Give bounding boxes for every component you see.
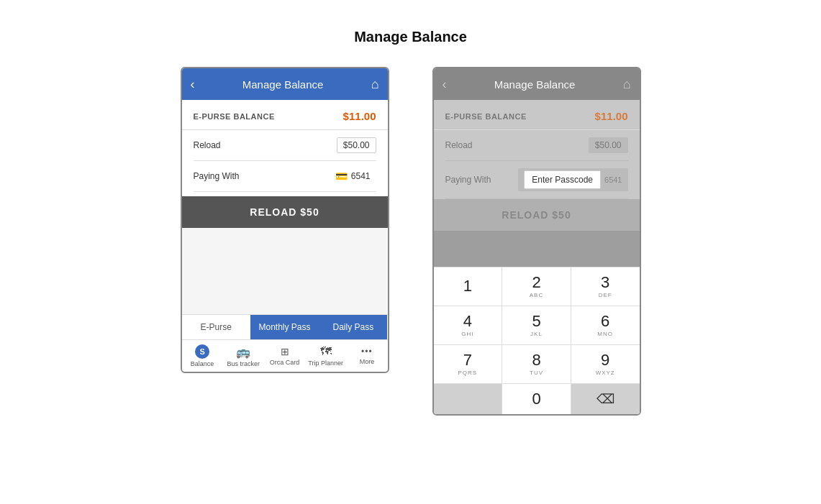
numpad-key-9[interactable]: 9 WXYZ	[571, 345, 640, 383]
right-paying-row: Paying With Enter Passcode 6541	[445, 161, 628, 199]
right-reload-button: RELOAD $50	[434, 199, 640, 231]
numpad-key-3[interactable]: 3 DEF	[571, 267, 640, 306]
pass-tabs: E-Purse Monthly Pass Daily Pass	[182, 314, 388, 339]
right-empty-area	[434, 231, 640, 267]
tab-balance-label: Balance	[191, 360, 214, 367]
numpad-key-5[interactable]: 5 JKL	[502, 306, 571, 344]
phone-left: ‹ Manage Balance ⌂ E-PURSE BALANCE $11.0…	[181, 67, 389, 373]
tab-more-label: More	[360, 358, 375, 365]
numpad-key-8[interactable]: 8 TUV	[502, 345, 571, 383]
numpad-key-7[interactable]: 7 PQRS	[434, 345, 503, 383]
daily-pass-tab[interactable]: Daily Pass	[319, 315, 387, 339]
bus-icon: 🚌	[236, 345, 250, 359]
page-title: Manage Balance	[354, 29, 467, 45]
left-empty-area	[182, 228, 388, 314]
numpad-key-2[interactable]: 2 ABC	[502, 267, 571, 306]
phone-right: ‹ Manage Balance ⌂ E-PURSE BALANCE $11.0…	[432, 67, 641, 416]
tab-balance[interactable]: S Balance	[182, 340, 223, 372]
more-icon: •••	[361, 347, 373, 357]
left-form-section: Reload $50.00 Paying With 💳 6541	[182, 130, 388, 192]
phones-container: ‹ Manage Balance ⌂ E-PURSE BALANCE $11.0…	[181, 67, 641, 416]
right-paying-value: Enter Passcode 6541	[518, 168, 627, 191]
numpad-key-empty	[434, 384, 503, 414]
right-balance-row: E-PURSE BALANCE $11.00	[445, 110, 628, 122]
backspace-icon: ⌫	[597, 391, 614, 407]
numpad-key-6[interactable]: 6 MNO	[571, 306, 640, 344]
numpad-row-3: 7 PQRS 8 TUV 9 WXYZ	[434, 344, 640, 383]
numpad-row-4: 0 ⌫	[434, 383, 640, 414]
numpad-key-1[interactable]: 1	[434, 267, 503, 306]
tab-bus-tracker[interactable]: 🚌 Bus tracker	[223, 340, 264, 372]
left-reload-row: Reload $50.00	[194, 130, 376, 161]
left-phone-header: ‹ Manage Balance ⌂	[182, 68, 388, 100]
card-icon-left: 💳	[335, 170, 348, 182]
left-card-last4: 6541	[351, 171, 371, 181]
right-balance-amount: $11.00	[595, 110, 628, 122]
home-button-left[interactable]: ⌂	[371, 77, 379, 92]
numpad-key-backspace[interactable]: ⌫	[571, 384, 640, 414]
numpad-row-2: 4 GHI 5 JKL 6 MNO	[434, 306, 640, 344]
left-balance-label: E-PURSE BALANCE	[194, 112, 275, 121]
numpad-key-4[interactable]: 4 GHI	[434, 306, 503, 344]
left-header-title: Manage Balance	[195, 78, 371, 91]
tab-bus-label: Bus tracker	[227, 360, 260, 367]
balance-circle-icon: S	[195, 344, 209, 359]
right-form-section: Reload $50.00 Paying With Enter Passcode…	[434, 130, 640, 199]
tab-trip-label: Trip Planner	[308, 359, 343, 367]
right-card-last4: 6541	[604, 175, 622, 184]
right-header-title: Manage Balance	[447, 78, 623, 91]
home-button-right[interactable]: ⌂	[623, 77, 631, 92]
tab-trip-planner[interactable]: 🗺 Trip Planner	[305, 340, 346, 372]
right-reload-value[interactable]: $50.00	[589, 137, 628, 153]
right-reload-row: Reload $50.00	[445, 130, 628, 161]
tab-more[interactable]: ••• More	[346, 340, 387, 372]
trip-icon: 🗺	[320, 345, 332, 358]
right-phone-header: ‹ Manage Balance ⌂	[434, 68, 640, 100]
enter-passcode-button[interactable]: Enter Passcode	[524, 170, 601, 189]
tab-orca-label: Orca Card	[270, 359, 300, 366]
left-reload-label: Reload	[194, 140, 221, 150]
right-paying-label: Paying With	[445, 175, 491, 185]
left-paying-value: 💳 6541	[330, 168, 376, 184]
left-balance-row: E-PURSE BALANCE $11.00	[194, 110, 376, 122]
e-purse-tab[interactable]: E-Purse	[182, 315, 250, 339]
left-balance-section: E-PURSE BALANCE $11.00	[182, 100, 388, 130]
numpad-key-0[interactable]: 0	[502, 384, 571, 414]
left-balance-amount: $11.00	[343, 110, 376, 122]
left-reload-button[interactable]: RELOAD $50	[182, 196, 388, 228]
numpad: 1 2 ABC 3 DEF 4 GHI 5 J	[434, 267, 640, 414]
numpad-row-1: 1 2 ABC 3 DEF	[434, 267, 640, 306]
left-bottom-nav: S Balance 🚌 Bus tracker ⊞ Orca Card 🗺 Tr…	[182, 339, 388, 372]
right-balance-section: E-PURSE BALANCE $11.00	[434, 100, 640, 130]
orca-icon: ⊞	[281, 346, 289, 357]
left-paying-label: Paying With	[194, 171, 240, 181]
left-reload-value[interactable]: $50.00	[337, 137, 376, 153]
monthly-pass-tab[interactable]: Monthly Pass	[250, 315, 319, 339]
left-paying-row: Paying With 💳 6541	[194, 161, 376, 192]
right-reload-label: Reload	[445, 140, 473, 150]
right-balance-label: E-PURSE BALANCE	[445, 112, 527, 121]
tab-orca-card[interactable]: ⊞ Orca Card	[264, 340, 305, 372]
